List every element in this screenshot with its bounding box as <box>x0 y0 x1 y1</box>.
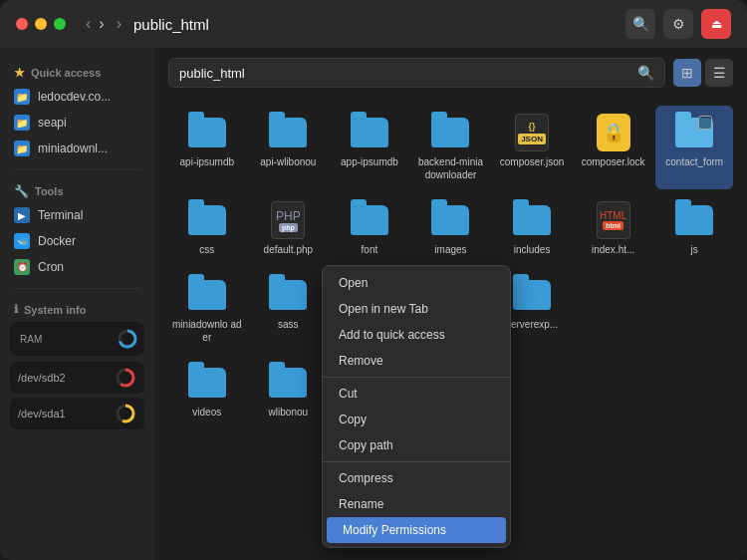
file-label: videos <box>192 406 221 419</box>
file-label: includes <box>514 243 551 256</box>
file-item-app-ipsumdb[interactable]: app-ipsumdb <box>331 106 408 189</box>
file-item-miniadownloader[interactable]: miniadownlo ader <box>168 268 246 352</box>
context-menu-cut[interactable]: Cut <box>323 381 510 407</box>
file-browser: 🔍 ⊞ ☰ api-ipsumdb api-wlibonou <box>154 48 747 560</box>
search-input-wrapper[interactable]: 🔍 <box>168 58 665 88</box>
disk-item-sda1: /dev/sda1 <box>10 398 144 429</box>
file-label: images <box>434 243 466 256</box>
file-label: default.php <box>264 243 314 256</box>
file-item-api-wlibonou[interactable]: api-wlibonou <box>250 106 328 189</box>
sidebar-item-miniadownl[interactable]: 📁 miniadownl... <box>0 136 154 161</box>
folder-icon-app-ipsumdb <box>350 114 389 151</box>
close-traffic-light[interactable] <box>16 18 28 30</box>
file-label: js <box>691 243 698 256</box>
sidebar-item-docker[interactable]: 🐳 Docker <box>0 228 154 254</box>
folder-icon-wlibonou <box>268 364 308 402</box>
context-menu-open-tab[interactable]: Open in new Tab <box>323 296 510 322</box>
search-titlebar-button[interactable]: 🔍 <box>625 9 655 39</box>
file-item-default-php[interactable]: PHP php default.php <box>250 193 328 264</box>
file-label: sass <box>278 318 299 331</box>
folder-icon-includes <box>512 201 552 239</box>
sidebar-divider <box>14 169 140 170</box>
sidebar-item-seapi[interactable]: 📁 seapi <box>0 110 154 136</box>
settings-button[interactable]: ⚙ <box>663 9 693 39</box>
sidebar-item-terminal[interactable]: ▶ Terminal <box>0 202 154 228</box>
search-bar: 🔍 ⊞ ☰ <box>154 48 747 98</box>
exit-button[interactable]: ⏏ <box>701 9 731 39</box>
view-toggle: ⊞ ☰ <box>673 59 733 87</box>
context-menu-remove[interactable]: Remove <box>323 348 510 374</box>
context-menu-copy-path[interactable]: Copy path <box>323 432 510 458</box>
file-label: app-ipsumdb <box>341 155 398 168</box>
sidebar-item-ledocdev[interactable]: 📁 ledocdev.co... <box>0 84 154 110</box>
folder-icon-css <box>187 201 227 239</box>
minimize-traffic-light[interactable] <box>35 18 47 30</box>
grid-view-button[interactable]: ⊞ <box>673 59 701 87</box>
folder-icon-js <box>674 201 714 239</box>
folder-icon: 📁 <box>14 89 30 105</box>
file-label: serverexp... <box>506 318 558 331</box>
exit-icon: ⏏ <box>711 17 722 31</box>
file-item-js[interactable]: js <box>655 193 733 264</box>
html-file-icon: HTML html <box>594 201 633 239</box>
search-submit-icon[interactable]: 🔍 <box>637 65 654 81</box>
file-item-css[interactable]: css <box>168 193 246 264</box>
folder-icon-images <box>430 201 470 239</box>
forward-button[interactable]: › <box>99 15 104 33</box>
file-item-api-ipsumdb[interactable]: api-ipsumdb <box>168 106 246 189</box>
traffic-lights <box>16 18 66 30</box>
system-info-heading: ℹ System info <box>0 297 154 322</box>
terminal-icon: ▶ <box>14 207 30 223</box>
folder-icon-backend <box>430 114 470 151</box>
file-item-includes[interactable]: includes <box>493 193 571 264</box>
disk-item-sdb2: /dev/sdb2 <box>10 362 144 394</box>
fullscreen-traffic-light[interactable] <box>54 18 66 30</box>
file-label: css <box>199 243 214 256</box>
context-menu-open[interactable]: Open <box>323 270 510 296</box>
file-item-videos[interactable]: videos <box>168 356 246 426</box>
context-menu-add-quick-access[interactable]: Add to quick access <box>323 322 510 348</box>
file-item-index-html[interactable]: HTML html index.ht... <box>575 193 652 264</box>
titlebar-actions: 🔍 ⚙ ⏏ <box>625 9 731 39</box>
folder-icon-minia <box>187 276 227 314</box>
context-menu-copy[interactable]: Copy <box>323 407 510 432</box>
file-item-composer-lock[interactable]: 🔒 composer.lock <box>575 106 652 189</box>
folder-icon-videos <box>187 364 227 402</box>
sidebar: ★ Quick access 📁 ledocdev.co... 📁 seapi … <box>0 48 154 560</box>
php-file-icon: PHP php <box>268 201 308 239</box>
folder-icon-sass <box>268 276 308 314</box>
disk-sdb2-chart <box>115 367 136 389</box>
folder-icon-serverexp <box>512 276 552 314</box>
file-label: wlibonou <box>269 406 308 419</box>
folder-icon: 📁 <box>14 115 30 131</box>
sidebar-item-cron[interactable]: ⏰ Cron <box>0 254 154 280</box>
quick-access-heading: ★ Quick access <box>0 60 154 84</box>
page-title: public_html <box>133 16 209 33</box>
context-menu-rename[interactable]: Rename <box>323 491 510 517</box>
file-label: api-wlibonou <box>260 155 316 168</box>
file-label: composer.json <box>500 155 564 168</box>
selection-checkbox <box>698 116 712 130</box>
search-input[interactable] <box>179 66 637 81</box>
file-item-placeholder3 <box>655 268 733 352</box>
file-item-composer-json[interactable]: {} JSON composer.json <box>493 106 571 189</box>
main-area: ★ Quick access 📁 ledocdev.co... 📁 seapi … <box>0 48 747 560</box>
wrench-icon: 🔧 <box>14 184 29 198</box>
gear-icon: ⚙ <box>672 16 685 32</box>
context-menu-compress[interactable]: Compress <box>323 465 510 491</box>
file-item-wlibonou[interactable]: wlibonou <box>250 356 328 426</box>
file-item-backend-minia[interactable]: backend-minia downloader <box>412 106 490 189</box>
file-item-contact-form[interactable]: contact_form <box>655 106 733 189</box>
context-menu-modify-permissions[interactable]: Modify Permissions <box>327 517 506 543</box>
back-button[interactable]: ‹ <box>86 15 91 33</box>
folder-icon-api-wlibonou <box>268 114 308 151</box>
list-view-button[interactable]: ☰ <box>705 59 733 87</box>
titlebar-nav: ‹ › › public_html <box>86 15 209 33</box>
file-item-images[interactable]: images <box>412 193 490 264</box>
file-item-font[interactable]: font <box>331 193 408 264</box>
cron-icon: ⏰ <box>14 259 30 275</box>
system-info-content: RAM /dev/sdb2 /dev/sda1 <box>0 322 154 429</box>
info-icon: ℹ <box>14 303 18 316</box>
star-icon: ★ <box>14 66 25 80</box>
file-item-sass[interactable]: sass <box>250 268 328 352</box>
